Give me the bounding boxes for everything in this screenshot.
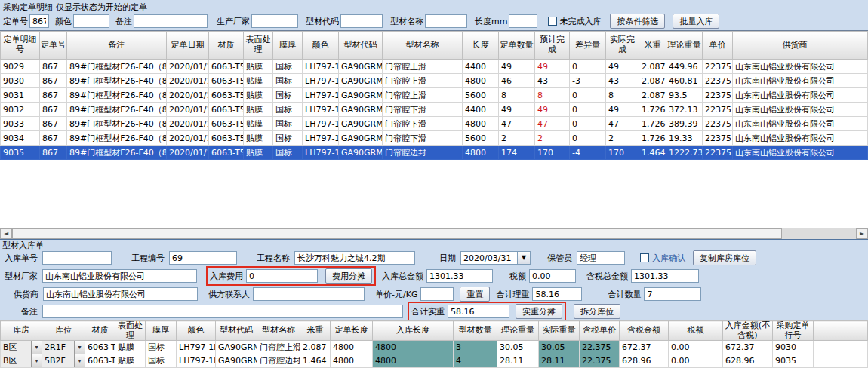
cell[interactable]: 170 (535, 146, 570, 160)
column-header[interactable]: 供货商 (733, 32, 857, 60)
column-header[interactable]: 定单号 (40, 32, 67, 60)
cell[interactable]: 门帘腔上滑 (257, 341, 300, 354)
cell[interactable]: 867 (40, 131, 67, 146)
cell[interactable]: 1.464 (300, 354, 331, 368)
dropdown-arrow-icon[interactable]: ▾ (31, 341, 42, 354)
cell[interactable]: 49 (535, 60, 570, 74)
color-filter-input[interactable] (73, 14, 109, 28)
cell[interactable]: 2020/01/13 (167, 74, 209, 88)
cell[interactable]: 贴膜 (244, 74, 273, 88)
cell[interactable]: 2R1F▾ (42, 341, 85, 354)
column-header[interactable]: 型材名称 (257, 321, 300, 341)
dropdown-arrow-icon[interactable]: ▾ (31, 354, 42, 367)
cell[interactable]: 628.96 (620, 354, 669, 368)
cell[interactable]: 9031 (1, 88, 40, 103)
inbound-total-input[interactable] (426, 269, 493, 283)
cell[interactable]: 8 (499, 88, 535, 103)
cell[interactable]: 867 (40, 117, 67, 131)
cell[interactable]: 9035 (1, 146, 40, 160)
cell[interactable]: 8 (606, 88, 639, 103)
cell[interactable]: 山东南山铝业股份有限公司 (733, 74, 857, 88)
cell[interactable]: 门帘腔下滑 (383, 131, 463, 146)
order-no-input[interactable] (29, 14, 49, 28)
cell[interactable]: 6063-T5 (209, 103, 244, 117)
cell[interactable]: GA90GRM05 (339, 146, 383, 160)
column-header[interactable]: 含税金额 (620, 321, 669, 341)
table-row[interactable]: 903586789#门框型材F26-F40（866+867）2020/01/13… (1, 146, 868, 160)
column-header[interactable]: 膜厚 (273, 32, 303, 60)
cell[interactable]: 170 (606, 146, 639, 160)
cell[interactable]: 4800 (463, 74, 499, 88)
cell[interactable]: 89#门框型材F26-F40（866+867） (67, 131, 167, 146)
column-header[interactable]: 实际完成 (606, 32, 639, 60)
cell[interactable]: LH797-1LL0 (177, 354, 216, 368)
table-row[interactable]: 903386789#门框型材F26-F40（866+867）2020/01/13… (1, 117, 868, 131)
column-header[interactable]: 采购定单行号 (773, 321, 814, 341)
cell[interactable]: 89#门框型材F26-F40（866+867） (67, 117, 167, 131)
cell[interactable]: 门帘腔边封 (257, 354, 300, 368)
cell[interactable]: 0 (570, 103, 606, 117)
column-header[interactable]: 库房 (1, 321, 42, 341)
unfinished-inbound-checkbox[interactable] (548, 17, 557, 26)
profile-name-filter-input[interactable] (425, 14, 467, 28)
cell[interactable]: 国标 (273, 117, 303, 131)
cell[interactable]: 49 (535, 103, 570, 117)
column-header[interactable]: 表面处理 (115, 321, 146, 341)
cell[interactable]: -3 (570, 74, 606, 88)
cell[interactable]: 2 (606, 131, 639, 146)
column-header[interactable]: 材质 (85, 321, 115, 341)
cell[interactable]: 2020/01/13 (167, 88, 209, 103)
column-header[interactable]: 入库金额(不含税) (723, 321, 773, 341)
cell[interactable]: 4800 (463, 117, 499, 131)
cell[interactable]: 867 (40, 74, 67, 88)
remark-filter-input[interactable] (134, 14, 208, 28)
column-header[interactable]: 预计完成 (535, 32, 570, 60)
cell[interactable]: 22375 (703, 103, 733, 117)
cell[interactable]: 门帘腔上滑 (383, 74, 463, 88)
cell[interactable]: GA90GRM04 (339, 131, 383, 146)
cell[interactable]: 22375 (703, 117, 733, 131)
cell[interactable]: 4 (454, 354, 497, 368)
cell[interactable]: 5600 (463, 88, 499, 103)
cell[interactable]: 867 (40, 146, 67, 160)
cell[interactable]: 国标 (273, 131, 303, 146)
cell[interactable]: 国标 (146, 354, 177, 368)
cell[interactable]: 867 (40, 103, 67, 117)
cell[interactable]: 贴膜 (244, 60, 273, 74)
cell[interactable]: 1.726 (639, 131, 666, 146)
cell[interactable]: GA90GRM03 (339, 88, 383, 103)
cell[interactable]: 9030 (1, 74, 40, 88)
cell[interactable]: 22375 (703, 131, 733, 146)
cell[interactable]: 867 (40, 88, 67, 103)
cell[interactable]: 6063-T5 (85, 354, 115, 368)
cell[interactable]: 1.726 (639, 103, 666, 117)
cell[interactable]: 30.05 (539, 341, 580, 354)
total-qty-input[interactable] (644, 287, 701, 301)
cell[interactable]: 贴膜 (244, 146, 273, 160)
cell[interactable]: GA90GRM04 (339, 117, 383, 131)
cell[interactable]: 22375 (703, 88, 733, 103)
cell[interactable]: 49 (606, 60, 639, 74)
cell[interactable]: 4800 (373, 354, 454, 368)
cell[interactable]: 贴膜 (115, 341, 146, 354)
reset-button[interactable]: 重置 (460, 287, 490, 302)
column-header[interactable]: 理论重量 (497, 321, 539, 341)
cell[interactable]: 贴膜 (244, 117, 273, 131)
cell[interactable]: 43 (606, 74, 639, 88)
profile-factory-input[interactable] (42, 269, 197, 283)
cell[interactable]: 9030 (773, 341, 814, 354)
table-row[interactable]: 903486789#门框型材F26-F40（866+867）2020/01/13… (1, 131, 868, 146)
cell[interactable]: 6063-T5 (209, 74, 244, 88)
column-header[interactable]: 含税单价 (580, 321, 620, 341)
column-header[interactable]: 材质 (209, 32, 244, 60)
table-row[interactable]: 903186789#门框型材F26-F40（866+867）2020/01/13… (1, 88, 868, 103)
cell[interactable]: 2.087 (639, 60, 666, 74)
table-row[interactable]: 903286789#门框型材F26-F40（866+867）2020/01/13… (1, 103, 868, 117)
column-header[interactable]: 型材代码 (339, 32, 383, 60)
horizontal-scrollbar[interactable]: ◄ ► (0, 228, 868, 240)
cell[interactable]: 山东南山铝业股份有限公司 (733, 60, 857, 74)
cell[interactable]: 89#门框型材F26-F40（866+867） (67, 103, 167, 117)
cell[interactable]: 628.96 (723, 354, 773, 368)
column-header[interactable]: 颜色 (177, 321, 216, 341)
cell[interactable]: 国标 (273, 60, 303, 74)
